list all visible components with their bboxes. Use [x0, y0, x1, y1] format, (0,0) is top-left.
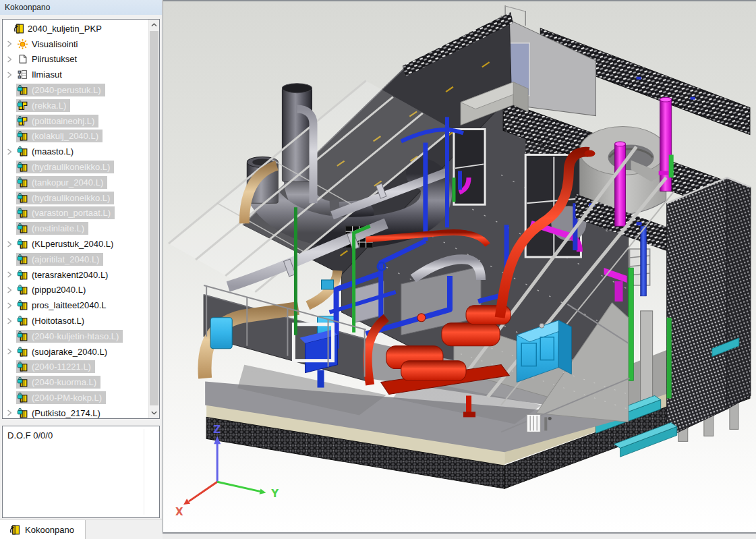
tree-item-label: pros_laitteet2040.L — [32, 300, 107, 310]
magenta-pipe — [615, 281, 623, 302]
assembly-tree[interactable]: 2040_kuljetin_PKP VisualisointiPiirustuk… — [2, 19, 160, 419]
tab-kokoonpano[interactable]: Kokoonpano — [0, 520, 86, 539]
expand-chevron-icon[interactable] — [3, 148, 16, 156]
assembly-icon — [13, 23, 24, 34]
tree-item[interactable]: (ajoritilat_2040.L) — [3, 252, 148, 267]
expand-chevron-icon[interactable] — [3, 317, 16, 325]
x-axis-label: X — [175, 506, 183, 518]
tree-item[interactable]: (tankopur_2040.L) — [3, 175, 148, 190]
sun-icon — [17, 38, 28, 50]
tree-item-label: (2040-PM-kokp.L) — [32, 393, 102, 403]
locked-part-icon — [17, 346, 28, 358]
representations-icon — [17, 69, 28, 80]
expand-chevron-icon[interactable] — [3, 271, 16, 279]
tab-label: Kokoonpano — [25, 525, 74, 535]
locked-part-icon — [17, 254, 28, 265]
tree-item-label: (Hoitotasot.L) — [32, 316, 84, 326]
3d-viewport[interactable]: Z X Y — [163, 0, 756, 534]
dof-panel: D.O.F 0/0/0 — [2, 426, 160, 518]
scroll-up-icon[interactable] — [149, 20, 159, 30]
tree-item-label: (suojarake_2040.L) — [32, 347, 107, 357]
locked-part-icon — [17, 315, 28, 327]
tree-item-label: (tankopur_2040.L) — [32, 177, 103, 188]
tree-item[interactable]: (pippu2040.L) — [3, 283, 148, 298]
tree-item-label: Piirustukset — [32, 54, 77, 64]
locked-flex-icon — [17, 100, 28, 111]
expand-chevron-icon[interactable] — [3, 286, 16, 294]
y-axis-label: Y — [270, 488, 279, 500]
locked-part-icon — [17, 376, 28, 388]
z-axis-label: Z — [213, 424, 221, 436]
tree-item-label: (varaston_portaat.L) — [32, 208, 111, 218]
expand-chevron-icon[interactable] — [3, 302, 16, 310]
3d-model-scene: Z X Y — [163, 1, 756, 532]
mesh-box-front — [667, 177, 727, 437]
tree-item[interactable]: (Hoitotasot.L) — [3, 313, 148, 329]
tree-item[interactable]: (KLperustuk_2040.L) — [3, 236, 148, 252]
tree-item-label: (hydraulikoneikko.L) — [32, 193, 110, 203]
expand-chevron-icon[interactable] — [3, 347, 16, 356]
tree-scrollbar[interactable] — [148, 20, 159, 418]
tree-item[interactable]: (2040-kuljetin-htaso.L) — [3, 329, 148, 344]
tree-root-item[interactable]: 2040_kuljetin_PKP — [3, 21, 148, 36]
tree-item[interactable]: Piirustukset — [3, 52, 148, 67]
panel-tab-bar: Kokoonpano — [0, 519, 162, 539]
tree-item[interactable]: (2040-kuorma.L) — [3, 374, 148, 390]
dof-readout: D.O.F 0/0/0 — [3, 426, 159, 441]
locked-part-icon — [17, 223, 28, 234]
tree-item[interactable]: (2040-PM-kokp.L) — [3, 390, 148, 405]
locked-part-icon — [17, 407, 28, 419]
tree-item[interactable]: (2040-perustuk.L) — [3, 82, 148, 98]
tree-item[interactable]: (kolakulj_2040.L) — [3, 129, 148, 144]
scrollbar-thumb[interactable] — [150, 31, 158, 405]
tree-item-label: (2040-kuorma.L) — [32, 377, 96, 387]
tree-item-label: Visualisointi — [32, 39, 78, 49]
drawing-icon — [17, 53, 28, 65]
expand-chevron-icon[interactable] — [3, 240, 16, 248]
window-bottom-edge — [163, 534, 756, 539]
tree-item[interactable]: pros_laitteet2040.L — [3, 297, 148, 313]
tree-item-label: (rekka.L) — [32, 101, 66, 111]
tree-item[interactable]: (hydraulikoneikko.L) — [3, 190, 148, 206]
tree-item-label: (nostinlaite.L) — [32, 223, 84, 233]
expand-chevron-icon[interactable] — [3, 40, 16, 48]
tree-item-label: (ajoritilat_2040.L) — [32, 254, 99, 264]
tree-item[interactable]: Visualisointi — [3, 36, 148, 52]
tree-item[interactable]: (nostinlaite.L) — [3, 221, 148, 236]
expand-chevron-icon[interactable] — [3, 55, 16, 63]
tree-item[interactable]: (rekka.L) — [3, 98, 148, 113]
tree-item-label: (terasrakent2040.L) — [32, 270, 108, 280]
tree-item[interactable]: (suojarake_2040.L) — [3, 344, 148, 360]
blue-pipe — [641, 226, 647, 296]
locked-part-icon — [17, 300, 28, 311]
tree-item[interactable]: (Putkisto_2174.L) — [3, 405, 148, 419]
cyan-valve — [322, 280, 334, 289]
tree-item[interactable]: (varaston_portaat.L) — [3, 206, 148, 221]
tree-root-label: 2040_kuljetin_PKP — [28, 24, 102, 34]
tree-item[interactable]: (polttoaineohj.L) — [3, 113, 148, 129]
locked-part-icon — [17, 161, 28, 173]
tree-item-label: (hydraulikoneikko.L) — [32, 162, 110, 172]
tree-item-label: (2040-perustuk.L) — [32, 85, 101, 95]
tree-item-label: (KLperustuk_2040.L) — [32, 239, 113, 249]
locked-part-icon — [17, 146, 28, 157]
locked-part-icon — [17, 392, 28, 403]
expand-chevron-icon[interactable] — [3, 409, 16, 417]
tree-item[interactable]: (terasrakent2040.L) — [3, 267, 148, 283]
locked-part-icon — [17, 331, 28, 342]
dof-divider — [144, 429, 144, 515]
locked-part-icon — [17, 177, 28, 188]
tree-item-label: (maasto.L) — [32, 146, 74, 157]
tree-item[interactable]: (2040-11221.L) — [3, 360, 148, 375]
locked-part-icon — [17, 207, 28, 219]
expand-chevron-icon[interactable] — [3, 71, 16, 79]
panel-title: Kokoonpano — [0, 0, 162, 15]
scroll-down-icon[interactable] — [149, 407, 159, 418]
tree-item[interactable]: (hydraulikoneikko.L) — [3, 159, 148, 175]
wall-window-left — [454, 130, 485, 205]
cyan-insulation — [210, 318, 232, 349]
tree-item-label: (kolakulj_2040.L) — [32, 131, 98, 141]
tree-content: 2040_kuljetin_PKP VisualisointiPiirustuk… — [3, 21, 148, 419]
tree-item[interactable]: (maasto.L) — [3, 144, 148, 159]
tree-item[interactable]: Ilmiasut — [3, 67, 148, 82]
